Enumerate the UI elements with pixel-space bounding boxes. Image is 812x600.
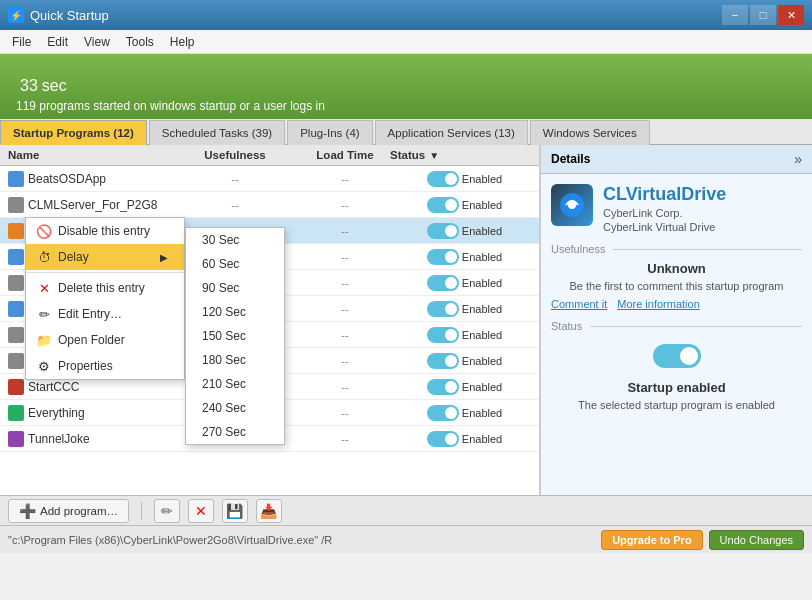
- toggle-switch[interactable]: [427, 249, 459, 265]
- import-button[interactable]: 📥: [256, 499, 282, 523]
- ctx-delete[interactable]: ✕ Delete this entry: [26, 275, 184, 301]
- row-icon: [8, 405, 24, 421]
- delay-240[interactable]: 240 Sec: [186, 396, 284, 420]
- edit-icon: ✏: [161, 503, 173, 519]
- row-icon: [8, 327, 24, 343]
- menu-edit[interactable]: Edit: [39, 32, 76, 52]
- toggle-switch[interactable]: [427, 171, 459, 187]
- minimize-button[interactable]: −: [722, 5, 748, 25]
- comment-link[interactable]: Comment it: [551, 298, 607, 310]
- delay-30[interactable]: 30 Sec: [186, 228, 284, 252]
- startup-timer: 33sec: [16, 61, 325, 97]
- details-app-header: CLVirtualDrive CyberLink Corp. CyberLink…: [551, 184, 802, 233]
- row-icon: [8, 301, 24, 317]
- maximize-button[interactable]: □: [750, 5, 776, 25]
- add-program-button[interactable]: ➕ Add program…: [8, 499, 129, 523]
- sort-arrow-icon: ▼: [429, 150, 439, 161]
- col-name: Name: [0, 149, 170, 161]
- title-bar: ⚡ Quick Startup − □ ✕: [0, 0, 812, 30]
- details-expand-icon[interactable]: »: [794, 151, 802, 167]
- menu-file[interactable]: File: [4, 32, 39, 52]
- ctx-delay[interactable]: ⏱ Delay ▶: [26, 244, 184, 270]
- menu-tools[interactable]: Tools: [118, 32, 162, 52]
- menu-bar: File Edit View Tools Help: [0, 30, 812, 54]
- app-icon: ⚡: [8, 7, 24, 23]
- details-body: CLVirtualDrive CyberLink Corp. CyberLink…: [541, 174, 812, 495]
- toggle-switch[interactable]: [427, 379, 459, 395]
- col-loadtime: Load Time: [300, 149, 390, 161]
- row-icon: [8, 275, 24, 291]
- details-status-section: Status Startup enabled The selected star…: [551, 320, 802, 411]
- tab-startup-programs[interactable]: Startup Programs (12): [0, 120, 147, 145]
- toggle-switch[interactable]: [427, 301, 459, 317]
- delay-180[interactable]: 180 Sec: [186, 348, 284, 372]
- ctx-disable[interactable]: 🚫 Disable this entry: [26, 218, 184, 244]
- delay-60[interactable]: 60 Sec: [186, 252, 284, 276]
- context-separator: [26, 272, 184, 273]
- row-icon: [8, 431, 24, 447]
- details-startup-status: Startup enabled: [551, 380, 802, 395]
- details-app-name: CLVirtualDrive: [603, 184, 802, 205]
- row-icon: [8, 171, 24, 187]
- tab-plugins[interactable]: Plug-Ins (4): [287, 120, 372, 145]
- toggle-switch[interactable]: [427, 275, 459, 291]
- ctx-open-folder[interactable]: 📁 Open Folder: [26, 327, 184, 353]
- bottom-toolbar: ➕ Add program… ✏ ✕ 💾 📥: [0, 495, 812, 525]
- edit-program-button[interactable]: ✏: [154, 499, 180, 523]
- toggle-switch[interactable]: [427, 197, 459, 213]
- details-toggle-switch[interactable]: [653, 344, 701, 368]
- col-status: Status ▼: [390, 149, 539, 161]
- submenu-arrow-icon: ▶: [160, 252, 168, 263]
- close-button[interactable]: ✕: [778, 5, 804, 25]
- delete-program-button[interactable]: ✕: [188, 499, 214, 523]
- context-menu: 🚫 Disable this entry ⏱ Delay ▶ ✕ Delete …: [25, 217, 185, 380]
- properties-icon: ⚙: [36, 358, 52, 374]
- delay-90[interactable]: 90 Sec: [186, 276, 284, 300]
- row-icon: [8, 249, 24, 265]
- upgrade-button[interactable]: Upgrade to Pro: [601, 530, 702, 550]
- tab-scheduled-tasks[interactable]: Scheduled Tasks (39): [149, 120, 285, 145]
- delete-icon: ✕: [195, 503, 207, 519]
- ctx-properties[interactable]: ⚙ Properties: [26, 353, 184, 379]
- details-startup-desc: The selected startup program is enabled: [551, 399, 802, 411]
- export-button[interactable]: 💾: [222, 499, 248, 523]
- row-icon: [8, 223, 24, 239]
- status-actions: Upgrade to Pro Undo Changes: [601, 530, 804, 550]
- undo-changes-button[interactable]: Undo Changes: [709, 530, 804, 550]
- edit-icon: ✏: [36, 306, 52, 322]
- tab-app-services[interactable]: Application Services (13): [375, 120, 528, 145]
- toolbar-separator: [141, 502, 142, 520]
- toggle-switch[interactable]: [427, 431, 459, 447]
- menu-view[interactable]: View: [76, 32, 118, 52]
- more-info-link[interactable]: More information: [617, 298, 700, 310]
- toggle-switch[interactable]: [427, 327, 459, 343]
- usefulness-value: Unknown: [551, 261, 802, 276]
- toggle-switch[interactable]: [427, 353, 459, 369]
- table-row[interactable]: CLMLServer_For_P2G8 -- -- Enabled: [0, 192, 539, 218]
- delete-icon: ✕: [36, 280, 52, 296]
- delay-210[interactable]: 210 Sec: [186, 372, 284, 396]
- delay-150[interactable]: 150 Sec: [186, 324, 284, 348]
- delay-270[interactable]: 270 Sec: [186, 420, 284, 444]
- import-icon: 📥: [260, 503, 277, 519]
- disable-icon: 🚫: [36, 223, 52, 239]
- details-app-info: CLVirtualDrive CyberLink Corp. CyberLink…: [603, 184, 802, 233]
- header-panel: 33sec 119 programs started on windows st…: [0, 54, 812, 119]
- delay-120[interactable]: 120 Sec: [186, 300, 284, 324]
- toggle-switch[interactable]: [427, 223, 459, 239]
- menu-help[interactable]: Help: [162, 32, 203, 52]
- status-label: Status: [551, 320, 802, 332]
- toggle-switch[interactable]: [427, 405, 459, 421]
- ctx-edit[interactable]: ✏ Edit Entry…: [26, 301, 184, 327]
- details-links: Comment it More information: [551, 298, 802, 310]
- table-row[interactable]: BeatsOSDApp -- -- Enabled: [0, 166, 539, 192]
- status-bar: "c:\Program Files (x86)\CyberLink\Power2…: [0, 525, 812, 553]
- col-usefulness: Usefulness: [170, 149, 300, 161]
- usefulness-comment: Be the first to comment this startup pro…: [551, 280, 802, 292]
- tab-windows-services[interactable]: Windows Services: [530, 120, 650, 145]
- details-usefulness-section: Usefulness Unknown Be the first to comme…: [551, 243, 802, 310]
- status-path: "c:\Program Files (x86)\CyberLink\Power2…: [8, 534, 332, 546]
- details-app-vendor: CyberLink Corp.: [603, 207, 802, 219]
- details-panel: Details » CLVirtualDrive CyberLink Corp.…: [540, 145, 812, 495]
- details-app-desc: CyberLink Virtual Drive: [603, 221, 802, 233]
